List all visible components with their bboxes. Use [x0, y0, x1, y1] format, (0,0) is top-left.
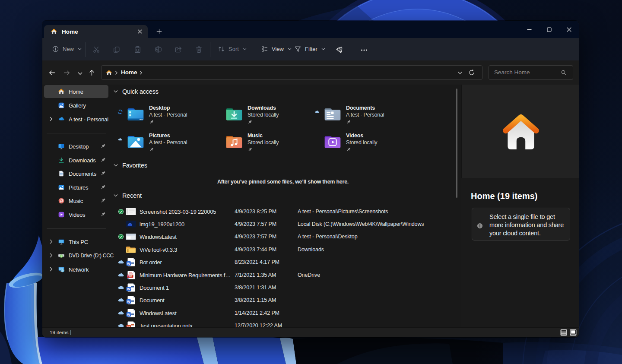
svg-text:W: W	[127, 262, 130, 266]
svg-text:W: W	[127, 300, 130, 304]
svg-text:W: W	[127, 287, 130, 291]
svg-text:PDF: PDF	[128, 275, 133, 277]
svg-text:W: W	[127, 313, 130, 317]
